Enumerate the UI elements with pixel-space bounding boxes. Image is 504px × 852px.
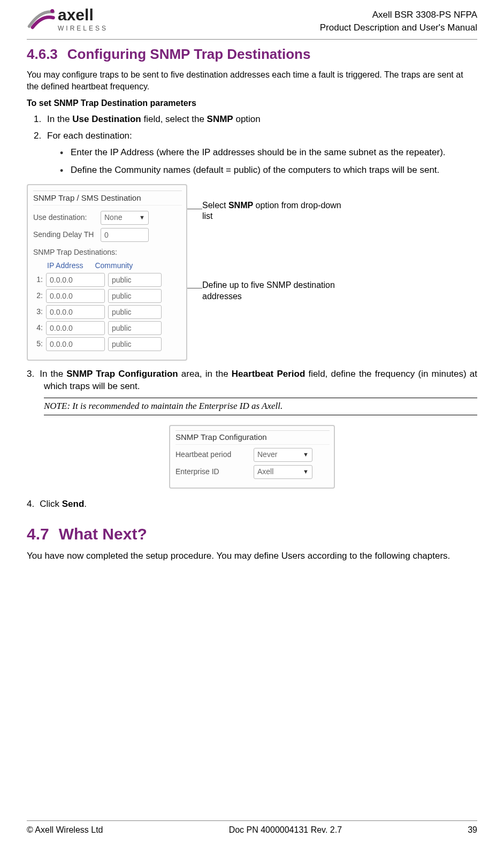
callout-line-1: [187, 209, 202, 209]
dest-2-ip-input[interactable]: [46, 289, 105, 303]
dest-1-ip-input[interactable]: [46, 273, 105, 287]
enterprise-id-row: Enterprise ID Axell ▼: [175, 465, 330, 479]
chevron-down-icon: ▼: [139, 214, 145, 222]
dest-row-4: 4:: [33, 321, 182, 335]
footer-page-number: 39: [468, 824, 477, 836]
dest-3-community-input[interactable]: [108, 305, 162, 319]
section-number: 4.6.3: [27, 46, 58, 62]
heartbeat-value: Never: [257, 450, 277, 460]
section-title: Configuring SNMP Trap Destinations: [67, 46, 311, 62]
snmp-destination-panel: SNMP Trap / SMS Destination Use destinat…: [27, 184, 187, 361]
note-enterprise-id: NOTE: It is recommended to maintain the …: [44, 398, 477, 415]
svg-point-0: [50, 9, 54, 13]
annotation-define-addresses: Define up to five SNMP destination addre…: [202, 280, 341, 302]
section2-body: You have now completed the setup procedu…: [27, 550, 477, 562]
use-destination-label: Use destination:: [33, 212, 97, 223]
step-1: In the Use Destination field, select the…: [44, 113, 477, 126]
dest-subtitle: SNMP Trap Destinations:: [33, 247, 182, 257]
footer-copyright: © Axell Wireless Ltd: [27, 824, 103, 836]
figure-snmp-destination: SNMP Trap / SMS Destination Use destinat…: [27, 184, 477, 361]
bullet-community: Define the Community names (default = pu…: [62, 164, 477, 177]
section-heading-4-7: 4.7What Next?: [27, 523, 477, 545]
step-3: 3.In the SNMP Trap Configuration area, i…: [44, 368, 477, 393]
section2-title: What Next?: [59, 525, 147, 543]
doc-title-block: Axell BSR 3308-PS NFPA Product Descripti…: [320, 5, 477, 34]
col-ip: IP Address: [47, 261, 83, 271]
steps-list: In the Use Destination field, select the…: [44, 113, 477, 177]
dest-4-ip-input[interactable]: [46, 321, 105, 335]
step-4: 4.Click Send.: [44, 498, 477, 511]
dest-header-row: IP Address Community: [33, 261, 182, 271]
brand-name: axell: [58, 7, 107, 23]
heartbeat-row: Heartbeat period Never ▼: [175, 448, 330, 462]
dest-3-ip-input[interactable]: [46, 305, 105, 319]
page-footer: © Axell Wireless Ltd Doc PN 4000004131 R…: [27, 820, 477, 836]
col-community: Community: [95, 261, 133, 271]
use-destination-select[interactable]: None ▼: [101, 211, 149, 225]
annotation-select-snmp: Select SNMP option from drop-down list: [202, 200, 341, 223]
sending-delay-input[interactable]: [101, 228, 149, 242]
footer-docpn: Doc PN 4000004131 Rev. 2.7: [229, 824, 342, 836]
step-2-bullets: Enter the IP Address (where the IP addre…: [62, 147, 477, 177]
use-destination-value: None: [104, 212, 122, 223]
dest-row-3: 3:: [33, 305, 182, 319]
chevron-down-icon: ▼: [303, 451, 309, 459]
dest-5-ip-input[interactable]: [46, 337, 105, 351]
panel1-title: SNMP Trap / SMS Destination: [33, 191, 182, 206]
use-destination-row: Use destination: None ▼: [33, 211, 182, 225]
sending-delay-label: Sending Delay TH: [33, 230, 97, 240]
dest-1-community-input[interactable]: [108, 273, 162, 287]
callout-line-2: [187, 288, 202, 288]
dest-2-community-input[interactable]: [108, 289, 162, 303]
page-header: axell WIRELESS Axell BSR 3308-PS NFPA Pr…: [27, 5, 477, 40]
dest-row-2: 2:: [33, 289, 182, 303]
brand-logo: axell WIRELESS: [27, 5, 108, 35]
enterprise-id-value: Axell: [257, 467, 273, 477]
snmp-trap-config-panel: SNMP Trap Configuration Heartbeat period…: [169, 425, 335, 488]
section-heading-4-6-3: 4.6.3Configuring SNMP Trap Destinations: [27, 45, 477, 64]
enterprise-id-label: Enterprise ID: [175, 467, 250, 477]
procedure-subhead: To set SNMP Trap Destination parameters: [27, 97, 477, 109]
dest-row-1: 1:: [33, 273, 182, 287]
figure-annotations: Select SNMP option from drop-down list D…: [202, 184, 341, 302]
axell-swoosh-icon: [27, 5, 56, 31]
doc-title-line1: Axell BSR 3308-PS NFPA: [320, 9, 477, 21]
sending-delay-row: Sending Delay TH: [33, 228, 182, 242]
panel2-title: SNMP Trap Configuration: [175, 430, 330, 444]
dest-row-5: 5:: [33, 337, 182, 351]
enterprise-id-select[interactable]: Axell ▼: [254, 465, 312, 479]
dest-5-community-input[interactable]: [108, 337, 162, 351]
chevron-down-icon: ▼: [303, 468, 309, 476]
heartbeat-select[interactable]: Never ▼: [254, 448, 312, 462]
section2-number: 4.7: [27, 525, 49, 543]
section-intro: You may configure traps to be sent to fi…: [27, 69, 477, 92]
brand-sub: WIRELESS: [58, 24, 108, 33]
step-2: For each destination: Enter the IP Addre…: [44, 130, 477, 177]
doc-title-line2: Product Description and User's Manual: [320, 21, 477, 34]
bullet-ip: Enter the IP Address (where the IP addre…: [62, 147, 477, 159]
heartbeat-label: Heartbeat period: [175, 450, 250, 460]
dest-4-community-input[interactable]: [108, 321, 162, 335]
